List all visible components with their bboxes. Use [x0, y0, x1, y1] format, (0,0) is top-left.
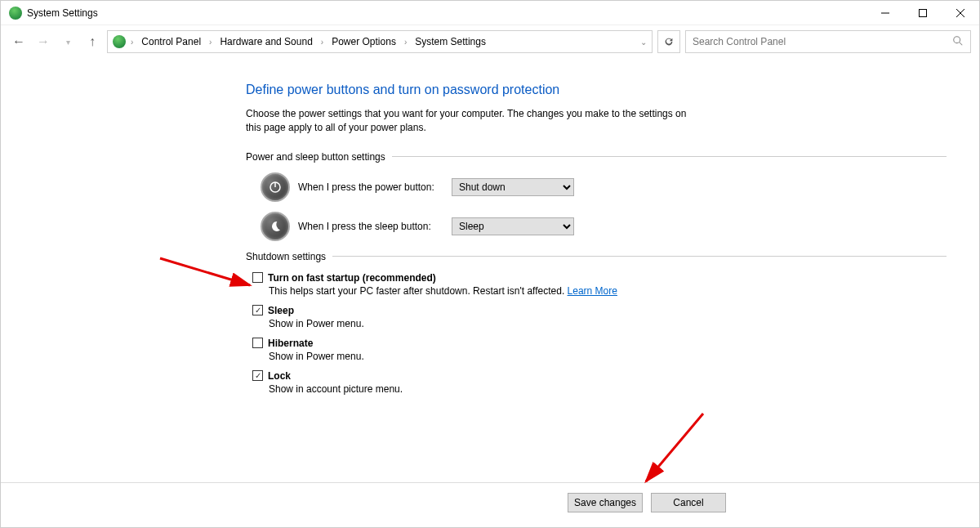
refresh-button[interactable]	[657, 30, 680, 53]
svg-rect-1	[920, 9, 927, 16]
power-button-row: When I press the power button: Shut down	[246, 172, 947, 202]
setting-fast-startup: Turn on fast startup (recommended) This …	[246, 272, 947, 297]
divider	[332, 256, 947, 257]
checkbox-lock[interactable]: ✓	[252, 370, 263, 381]
section-header: Shutdown settings	[246, 251, 947, 262]
chevron-down-icon[interactable]: ⌄	[640, 38, 647, 47]
setting-title: Hibernate	[268, 338, 313, 349]
settings-icon	[9, 7, 22, 20]
checkbox-sleep[interactable]: ✓	[252, 305, 263, 315]
sleep-button-row: When I press the sleep button: Sleep	[246, 212, 947, 241]
search-icon	[952, 35, 964, 49]
chevron-right-icon: ›	[207, 38, 213, 47]
address-bar[interactable]: › Control Panel › Hardware and Sound › P…	[107, 30, 653, 53]
window-title: System Settings	[27, 7, 98, 19]
forward-button[interactable]: →	[33, 32, 53, 51]
cancel-button[interactable]: Cancel	[651, 493, 726, 512]
setting-title: Sleep	[268, 305, 294, 316]
setting-hibernate: Hibernate Show in Power menu.	[246, 338, 947, 362]
titlebar: System Settings	[1, 1, 979, 25]
page-title: Define power buttons and turn on passwor…	[246, 83, 947, 97]
section-label: Shutdown settings	[246, 251, 326, 262]
svg-line-5	[960, 42, 963, 45]
svg-line-9	[646, 414, 703, 481]
minimize-button[interactable]	[866, 1, 904, 25]
chevron-right-icon: ›	[129, 38, 135, 47]
sleep-icon	[261, 212, 290, 241]
setting-lock: ✓ Lock Show in account picture menu.	[246, 370, 947, 395]
power-button-dropdown[interactable]: Shut down	[452, 178, 574, 196]
checkbox-hibernate[interactable]	[252, 338, 263, 348]
power-icon	[261, 172, 290, 202]
breadcrumb-item[interactable]: Hardware and Sound	[216, 32, 315, 51]
up-button[interactable]: ↑	[82, 32, 102, 51]
section-header: Power and sleep button settings	[246, 151, 947, 163]
navbar: ← → ▾ ↑ › Control Panel › Hardware and S…	[1, 25, 979, 58]
breadcrumb-item[interactable]: Control Panel	[138, 32, 204, 51]
breadcrumb-item[interactable]: Power Options	[328, 32, 399, 51]
search-box[interactable]	[685, 30, 971, 53]
setting-desc: This helps start your PC faster after sh…	[269, 285, 568, 297]
search-input[interactable]	[693, 36, 952, 47]
setting-desc: Show in account picture menu.	[252, 383, 947, 395]
sleep-button-label: When I press the sleep button:	[298, 221, 443, 232]
setting-title: Turn on fast startup (recommended)	[268, 272, 436, 284]
footer: Save changes Cancel	[1, 482, 979, 512]
learn-more-link[interactable]: Learn More	[568, 285, 617, 297]
annotation-arrow-icon	[638, 409, 711, 491]
section-label: Power and sleep button settings	[246, 151, 385, 163]
folder-icon	[113, 35, 126, 48]
maximize-button[interactable]	[904, 1, 942, 25]
chevron-right-icon: ›	[403, 38, 408, 47]
setting-desc: Show in Power menu.	[252, 351, 947, 362]
back-button[interactable]: ←	[9, 32, 29, 51]
breadcrumb-item[interactable]: System Settings	[412, 32, 489, 51]
page-description: Choose the power settings that you want …	[246, 107, 703, 135]
recent-dropdown-icon[interactable]: ▾	[58, 32, 78, 51]
svg-point-4	[954, 36, 960, 43]
content-area: Define power buttons and turn on passwor…	[1, 58, 979, 395]
power-button-label: When I press the power button:	[298, 181, 443, 193]
setting-sleep: ✓ Sleep Show in Power menu.	[246, 305, 947, 329]
setting-desc: Show in Power menu.	[252, 318, 947, 329]
sleep-button-dropdown[interactable]: Sleep	[452, 217, 574, 235]
window-controls	[866, 1, 979, 25]
chevron-right-icon: ›	[319, 38, 325, 47]
close-button[interactable]	[942, 1, 979, 25]
save-button[interactable]: Save changes	[568, 493, 643, 512]
checkbox-fast-startup[interactable]	[252, 272, 263, 283]
setting-title: Lock	[268, 370, 291, 382]
divider	[392, 156, 947, 157]
